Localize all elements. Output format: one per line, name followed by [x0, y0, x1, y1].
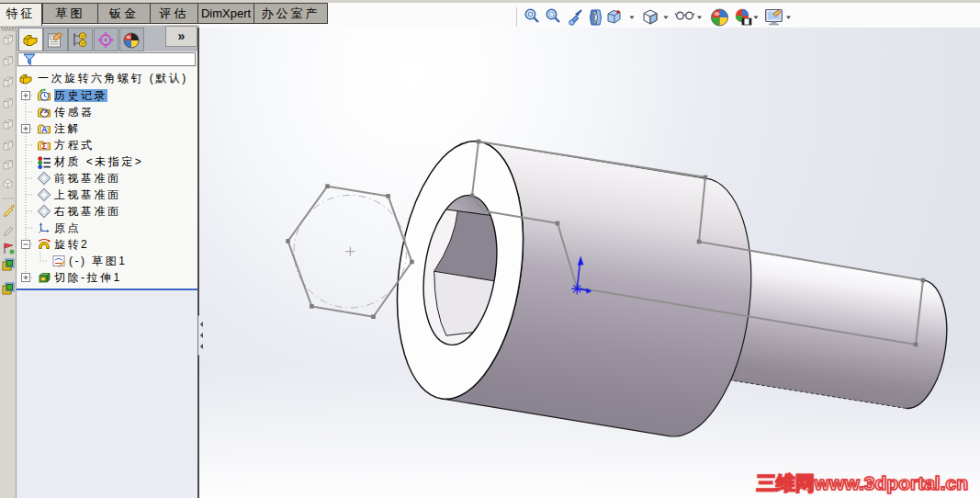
svg-text:A: A [41, 125, 47, 134]
svg-text:Σ: Σ [42, 141, 48, 151]
